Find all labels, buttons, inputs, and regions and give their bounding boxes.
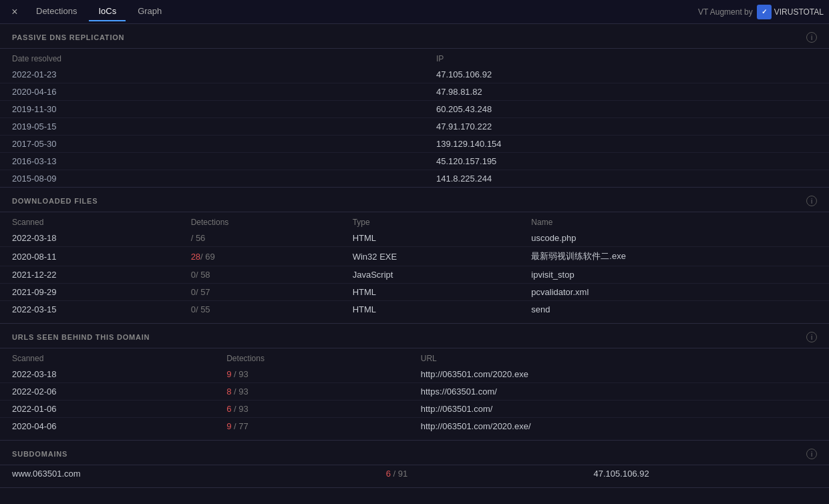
file-name: pcvalidator.xml xyxy=(519,284,829,301)
url-value[interactable]: http://063501.com/ xyxy=(409,401,829,418)
url-scanned: 2022-03-18 xyxy=(0,366,214,383)
close-icon: × xyxy=(11,6,17,18)
file-type: HTML xyxy=(341,301,520,318)
tab-iocs[interactable]: IoCs xyxy=(89,2,126,21)
dns-ip: 47.98.81.82 xyxy=(424,83,829,101)
subdomain-name[interactable]: www.063501.com xyxy=(0,465,374,482)
dns-ip: 47.91.170.222 xyxy=(424,118,829,136)
file-scanned: 2022-03-18 xyxy=(0,230,179,247)
dns-date: 2015-08-09 xyxy=(0,170,424,188)
subdomains-header: SUBDOMAINS i xyxy=(0,441,829,465)
file-scanned: 2022-03-15 xyxy=(0,301,179,318)
downloaded-files-title: DOWNLOADED FILES xyxy=(12,197,98,205)
file-detections: 0/ 57 xyxy=(179,284,341,301)
url-detections: 6 / 93 xyxy=(214,401,409,418)
file-name: ipvisit_stop xyxy=(519,266,829,284)
table-row: 2016-03-13 45.120.157.195 xyxy=(0,153,829,170)
url-scanned: 2022-01-06 xyxy=(0,401,214,418)
file-detections: / 56 xyxy=(179,230,341,247)
downloaded-files-header: DOWNLOADED FILES i xyxy=(0,188,829,212)
dns-ip: 45.120.157.195 xyxy=(424,153,829,170)
files-col-scanned: Scanned xyxy=(0,212,179,230)
dns-date: 2020-04-16 xyxy=(0,83,424,101)
url-detections: 8 / 93 xyxy=(214,383,409,401)
main-content: PASSIVE DNS REPLICATION i Date resolved … xyxy=(0,24,829,504)
passive-dns-title: PASSIVE DNS REPLICATION xyxy=(12,33,124,41)
url-value[interactable]: https://063501.com/ xyxy=(409,383,829,401)
files-col-detections: Detections xyxy=(179,212,341,230)
table-row: 2022-01-23 47.105.106.92 xyxy=(0,66,829,83)
table-row: 2020-04-16 47.98.81.82 xyxy=(0,83,829,101)
tab-detections[interactable]: Detections xyxy=(27,2,86,21)
file-detections: 0/ 55 xyxy=(179,301,341,318)
table-row: 2021-12-22 0/ 58 JavaScript ipvisit_stop xyxy=(0,266,829,284)
downloaded-files-table: Scanned Detections Type Name 2022-03-18 … xyxy=(0,212,829,318)
dns-ip: 47.105.106.92 xyxy=(424,66,829,83)
table-row: 2019-11-30 60.205.43.248 xyxy=(0,101,829,118)
table-row: 2017-05-30 139.129.140.154 xyxy=(0,136,829,153)
dns-date: 2022-01-23 xyxy=(0,66,424,83)
downloaded-files-info-icon[interactable]: i xyxy=(806,196,817,206)
table-row: 2020-04-06 9 / 77 http://063501.com/2020… xyxy=(0,418,829,435)
detect-positive: 0 xyxy=(191,304,196,314)
file-type: HTML xyxy=(341,230,520,247)
urls-table: Scanned Detections URL 2022-03-18 9 / 93… xyxy=(0,348,829,435)
table-row: 2019-05-15 47.91.170.222 xyxy=(0,118,829,136)
table-row: www.063501.com 6 / 91 47.105.106.92 xyxy=(0,465,829,482)
urls-col-detections: Detections xyxy=(214,348,409,366)
table-row: 2022-03-18 9 / 93 http://063501.com/2020… xyxy=(0,366,829,383)
url-value[interactable]: http://063501.com/2020.exe xyxy=(409,366,829,383)
subdomains-table: www.063501.com 6 / 91 47.105.106.92 xyxy=(0,465,829,482)
url-detections: 9 / 77 xyxy=(214,418,409,435)
urls-info-icon[interactable]: i xyxy=(806,332,817,342)
table-row: 2022-02-06 8 / 93 https://063501.com/ xyxy=(0,383,829,401)
detect-positive: 28 xyxy=(191,252,200,262)
vt-icon: ✓ xyxy=(757,5,772,19)
subdomains-info-icon[interactable]: i xyxy=(806,449,817,459)
file-type: HTML xyxy=(341,284,520,301)
dns-date: 2016-03-13 xyxy=(0,153,424,170)
passive-dns-info-icon[interactable]: i xyxy=(806,32,817,43)
url-scanned: 2020-04-06 xyxy=(0,418,214,435)
detect-positive: 0 xyxy=(191,270,196,280)
close-button[interactable]: × xyxy=(5,3,24,21)
downloaded-files-section: DOWNLOADED FILES i Scanned Detections Ty… xyxy=(0,188,829,324)
detect-positive: 0 xyxy=(191,287,196,297)
urls-col-scanned: Scanned xyxy=(0,348,214,366)
dns-ip: 60.205.43.248 xyxy=(424,101,829,118)
urls-header: URLS SEEN BEHIND THIS DOMAIN i xyxy=(0,324,829,348)
file-name: 最新弱视训练软件二.exe xyxy=(519,247,829,266)
table-row: 2022-01-06 6 / 93 http://063501.com/ xyxy=(0,401,829,418)
file-scanned: 2020-08-11 xyxy=(0,247,179,266)
dns-ip: 141.8.225.244 xyxy=(424,170,829,188)
urls-section: URLS SEEN BEHIND THIS DOMAIN i Scanned D… xyxy=(0,324,829,441)
files-col-type: Type xyxy=(341,212,520,230)
table-row: 2021-09-29 0/ 57 HTML pcvalidator.xml xyxy=(0,284,829,301)
urls-col-url: URL xyxy=(409,348,829,366)
dns-date: 2019-11-30 xyxy=(0,101,424,118)
top-navigation: × Detections IoCs Graph VT Augment by ✓ … xyxy=(0,0,829,24)
file-detections: 0/ 58 xyxy=(179,266,341,284)
urls-title: URLS SEEN BEHIND THIS DOMAIN xyxy=(12,333,150,341)
subdomains-title: SUBDOMAINS xyxy=(12,450,67,458)
table-row: 2015-08-09 141.8.225.244 xyxy=(0,170,829,188)
url-value[interactable]: http://063501.com/2020.exe/ xyxy=(409,418,829,435)
tab-graph[interactable]: Graph xyxy=(128,2,171,21)
file-type: Win32 EXE xyxy=(341,247,520,266)
file-name: uscode.php xyxy=(519,230,829,247)
table-row: 2022-03-15 0/ 55 HTML send xyxy=(0,301,829,318)
dns-date: 2017-05-30 xyxy=(0,136,424,153)
table-row: 2020-08-11 28/ 69 Win32 EXE 最新弱视训练软件二.ex… xyxy=(0,247,829,266)
file-type: JavaScript xyxy=(341,266,520,284)
file-name: send xyxy=(519,301,829,318)
url-detections: 9 / 93 xyxy=(214,366,409,383)
vt-branding: VT Augment by ✓ VIRUSTOTAL xyxy=(698,5,824,19)
subdomain-ip: 47.105.106.92 xyxy=(582,465,829,482)
virustotal-logo: ✓ VIRUSTOTAL xyxy=(757,5,824,19)
table-row: 2022-03-18 / 56 HTML uscode.php xyxy=(0,230,829,247)
dns-ip: 139.129.140.154 xyxy=(424,136,829,153)
subdomains-section: SUBDOMAINS i www.063501.com 6 / 91 47.10… xyxy=(0,441,829,488)
files-col-name: Name xyxy=(519,212,829,230)
file-detections: 28/ 69 xyxy=(179,247,341,266)
dns-date: 2019-05-15 xyxy=(0,118,424,136)
